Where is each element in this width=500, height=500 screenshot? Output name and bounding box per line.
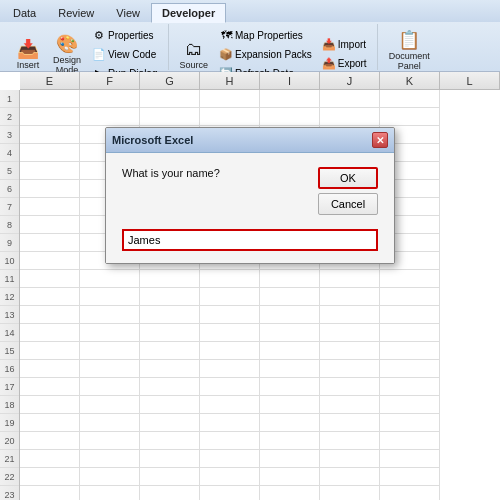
dialog-question-label: What is your name? bbox=[122, 167, 220, 179]
map-properties-button[interactable]: 🗺 Map Properties bbox=[215, 26, 316, 44]
dialog-body: What is your name? OK Cancel bbox=[106, 153, 394, 263]
dialog-overlay: Microsoft Excel ✕ What is your name? OK … bbox=[0, 72, 500, 500]
dialog-button-group: OK Cancel bbox=[318, 167, 378, 215]
export-icon: 📤 bbox=[322, 57, 336, 71]
ribbon: Data Review View Developer 📥 Insert 🎨 De… bbox=[0, 0, 500, 72]
dialog-input-row bbox=[122, 229, 378, 251]
map-properties-icon: 🗺 bbox=[219, 28, 233, 42]
dialog-name-input[interactable] bbox=[122, 229, 378, 251]
tab-developer[interactable]: Developer bbox=[151, 3, 226, 23]
source-button[interactable]: 🗂 Source bbox=[175, 35, 214, 73]
dialog-close-button[interactable]: ✕ bbox=[372, 132, 388, 148]
expansion-packs-icon: 📦 bbox=[219, 47, 233, 61]
dialog-ok-button[interactable]: OK bbox=[318, 167, 378, 189]
design-mode-button[interactable]: 🎨 Design Mode bbox=[48, 30, 86, 78]
import-button[interactable]: 📥 Import bbox=[318, 36, 371, 54]
dialog-cancel-button[interactable]: Cancel bbox=[318, 193, 378, 215]
ribbon-body: 📥 Insert 🎨 Design Mode ⚙ Properties 📄 Vi… bbox=[0, 22, 500, 72]
export-button[interactable]: 📤 Export bbox=[318, 55, 371, 73]
insert-button[interactable]: 📥 Insert bbox=[10, 35, 46, 73]
view-code-icon: 📄 bbox=[92, 47, 106, 61]
xml-small-group-2: 📥 Import 📤 Export bbox=[318, 36, 371, 73]
import-icon: 📥 bbox=[322, 38, 336, 52]
dialog-title: Microsoft Excel bbox=[112, 134, 193, 146]
ribbon-group-controls: 📥 Insert 🎨 Design Mode ⚙ Properties 📄 Vi… bbox=[4, 24, 169, 70]
dialog-titlebar: Microsoft Excel ✕ bbox=[106, 128, 394, 153]
source-icon: 🗂 bbox=[182, 38, 206, 60]
tab-view[interactable]: View bbox=[105, 2, 151, 22]
ribbon-group-xml: 🗂 Source 🗺 Map Properties 📦 Expansion Pa… bbox=[169, 24, 378, 70]
excel-dialog: Microsoft Excel ✕ What is your name? OK … bbox=[105, 127, 395, 264]
properties-icon: ⚙ bbox=[92, 28, 106, 42]
properties-button[interactable]: ⚙ Properties bbox=[88, 26, 161, 44]
spreadsheet: E F G H I J K L M 1 2 3 4 5 6 7 8 9 10 1… bbox=[0, 72, 500, 500]
modify-items: 📋 Document Panel bbox=[384, 26, 435, 74]
document-panel-button[interactable]: 📋 Document Panel bbox=[384, 26, 435, 74]
design-mode-icon: 🎨 bbox=[55, 33, 79, 55]
ribbon-tab-bar: Data Review View Developer bbox=[0, 0, 500, 22]
tab-data[interactable]: Data bbox=[2, 2, 47, 22]
view-code-button[interactable]: 📄 View Code bbox=[88, 45, 161, 63]
document-panel-icon: 📋 bbox=[397, 29, 421, 51]
dialog-question-row: What is your name? OK Cancel bbox=[122, 167, 378, 215]
ribbon-group-modify: 📋 Document Panel Modify bbox=[378, 24, 441, 70]
insert-icon: 📥 bbox=[16, 38, 40, 60]
tab-review[interactable]: Review bbox=[47, 2, 105, 22]
expansion-packs-button[interactable]: 📦 Expansion Packs bbox=[215, 45, 316, 63]
